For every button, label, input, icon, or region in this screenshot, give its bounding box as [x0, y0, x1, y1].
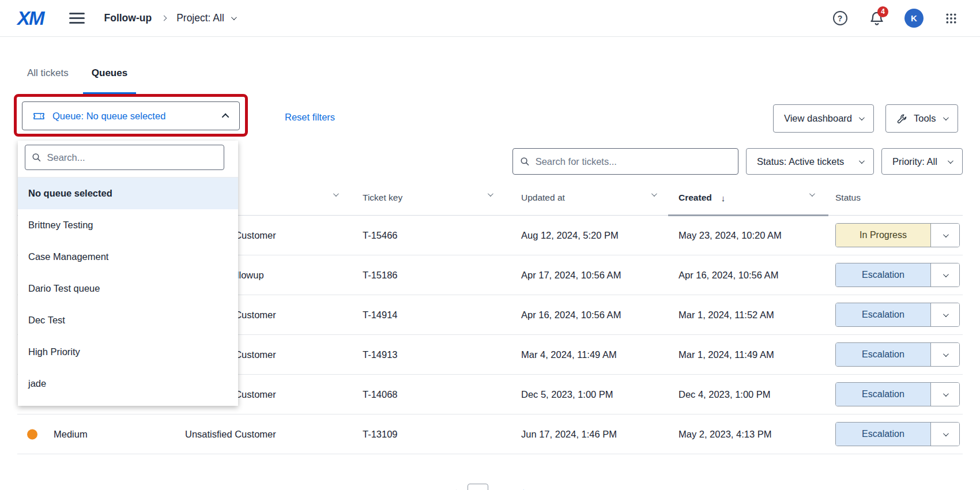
- created-cell: Apr 16, 2024, 10:56 AM: [679, 270, 778, 281]
- pagination: 1 of 1: [0, 484, 980, 490]
- status-dropdown-caret[interactable]: [930, 343, 959, 366]
- status-dropdown-caret[interactable]: [930, 383, 959, 406]
- current-page-box[interactable]: 1: [468, 484, 488, 490]
- updated-at-cell: Dec 5, 2023, 1:00 PM: [521, 389, 613, 400]
- chevron-down-icon: [943, 272, 949, 277]
- tab-all-tickets[interactable]: All tickets: [27, 67, 69, 79]
- sort-desc-arrow-icon: ↓: [721, 193, 726, 203]
- status-dropdown-caret[interactable]: [930, 263, 959, 287]
- app-switcher-button[interactable]: [942, 9, 960, 28]
- status-label: Escalation: [836, 423, 930, 446]
- created-cell: Dec 4, 2023, 1:00 PM: [679, 389, 771, 400]
- xm-logo: XM: [17, 7, 44, 29]
- priority-filter-button[interactable]: Priority: All: [881, 148, 963, 175]
- chevron-up-icon: [222, 113, 229, 120]
- created-cell: Mar 1, 2024, 11:52 AM: [679, 310, 774, 321]
- status-badge[interactable]: Escalation: [835, 263, 960, 287]
- queue-filter-label: Queue: No queue selected: [52, 111, 165, 122]
- ticket-key-cell: T-15186: [363, 270, 398, 281]
- waffle-grid-icon: [945, 13, 957, 24]
- app-root: XM Follow-up Project: All ? 4 K: [0, 0, 980, 490]
- breadcrumb-section[interactable]: Follow-up: [104, 12, 152, 24]
- search-icon: [32, 152, 42, 163]
- subject-column-menu-icon[interactable]: [333, 191, 339, 197]
- status-label: Escalation: [836, 343, 930, 366]
- created-column-menu-icon[interactable]: [809, 191, 815, 197]
- user-avatar[interactable]: K: [904, 9, 924, 28]
- topbar-actions: ? 4 K: [831, 9, 960, 28]
- subject-cell: Unsatisfied Customer: [185, 429, 276, 440]
- status-dropdown-caret[interactable]: [930, 224, 959, 247]
- queue-option[interactable]: Case Management: [18, 241, 238, 273]
- updated-at-column-menu-icon[interactable]: [651, 191, 657, 197]
- tools-button[interactable]: Tools: [885, 104, 958, 133]
- chevron-down-icon: [943, 391, 949, 397]
- status-filter-button[interactable]: Status: Active tickets: [746, 148, 874, 175]
- queue-filter-dropdown-button[interactable]: Queue: No queue selected: [22, 101, 240, 130]
- status-filter-label: Status: Active tickets: [757, 156, 844, 167]
- status-label: Escalation: [836, 383, 930, 406]
- column-header-updated-at[interactable]: Updated at: [521, 193, 565, 203]
- queue-dropdown-panel: No queue selectedBrittney TestingCase Ma…: [18, 141, 238, 406]
- hamburger-menu-icon[interactable]: [69, 13, 85, 24]
- ticket-search-box: [512, 148, 738, 175]
- status-badge[interactable]: Escalation: [835, 303, 960, 327]
- status-badge[interactable]: Escalation: [835, 342, 960, 367]
- updated-at-cell: Aug 12, 2024, 5:20 PM: [521, 230, 619, 241]
- breadcrumb-project-label: Project: All: [176, 12, 224, 24]
- created-cell: Mar 1, 2024, 11:49 AM: [679, 349, 774, 360]
- column-header-status[interactable]: Status: [835, 193, 861, 203]
- notification-count-badge: 4: [877, 6, 888, 17]
- reset-filters-link[interactable]: Reset filters: [285, 112, 335, 123]
- chevron-down-icon: [943, 431, 949, 436]
- ticket-key-cell: T-14913: [363, 349, 398, 360]
- ticket-key-cell: T-15466: [363, 230, 398, 241]
- status-badge[interactable]: Escalation: [835, 422, 960, 446]
- chevron-down-icon: [943, 351, 949, 357]
- priority-filter-label: Priority: All: [892, 156, 937, 167]
- queue-search-input[interactable]: [47, 152, 217, 163]
- breadcrumb-project-selector[interactable]: Project: All: [176, 12, 235, 24]
- created-cell: May 23, 2024, 10:20 AM: [679, 230, 782, 241]
- ticket-key-header-label: Ticket key: [363, 193, 402, 203]
- created-cell: May 2, 2023, 4:13 PM: [679, 429, 771, 440]
- updated-at-cell: Mar 4, 2024, 11:49 AM: [521, 349, 617, 360]
- chevron-down-icon: [943, 311, 949, 317]
- help-icon: ?: [833, 11, 847, 25]
- status-label: Escalation: [836, 263, 930, 287]
- ticket-search-input[interactable]: [536, 156, 731, 167]
- chevron-down-icon: [943, 232, 949, 238]
- status-dropdown-caret[interactable]: [930, 303, 959, 326]
- tools-label: Tools: [914, 113, 936, 124]
- column-header-created[interactable]: Created ↓: [679, 193, 725, 203]
- chevron-down-icon: [859, 158, 865, 164]
- status-badge[interactable]: Escalation: [835, 382, 960, 406]
- ticket-key-cell: T-14914: [363, 310, 398, 321]
- ticket-tabs: All tickets Queues: [27, 67, 127, 79]
- queue-option[interactable]: Brittney Testing: [18, 209, 238, 241]
- ticket-key-column-menu-icon[interactable]: [488, 191, 493, 197]
- notifications-button[interactable]: 4: [868, 9, 886, 28]
- created-header-label: Created: [679, 193, 712, 203]
- queue-option[interactable]: High Priority: [18, 336, 238, 368]
- status-label: In Progress: [836, 224, 930, 247]
- ticket-key-cell: T-14068: [363, 389, 398, 400]
- breadcrumb: Follow-up Project: All: [104, 12, 235, 24]
- status-badge[interactable]: In Progress: [835, 223, 960, 247]
- column-header-ticket-key[interactable]: Ticket key: [363, 193, 402, 203]
- search-icon: [520, 156, 530, 167]
- priority-cell: Medium: [27, 429, 88, 440]
- updated-at-header-label: Updated at: [521, 193, 565, 203]
- queue-ticket-icon: [33, 110, 45, 122]
- queue-option[interactable]: Dario Test queue: [18, 273, 238, 304]
- queue-option[interactable]: Dec Test: [18, 304, 238, 336]
- top-bar: XM Follow-up Project: All ? 4 K: [0, 0, 980, 37]
- queue-option[interactable]: No queue selected: [18, 178, 238, 209]
- help-button[interactable]: ?: [831, 9, 849, 28]
- status-dropdown-caret[interactable]: [930, 423, 959, 446]
- view-dashboard-label: View dashboard: [784, 113, 852, 124]
- view-dashboard-button[interactable]: View dashboard: [773, 104, 874, 133]
- table-row[interactable]: MediumUnsatisfied CustomerT-13109Jun 17,…: [17, 414, 963, 454]
- queue-option[interactable]: jade: [18, 368, 238, 399]
- tab-queues[interactable]: Queues: [92, 67, 127, 79]
